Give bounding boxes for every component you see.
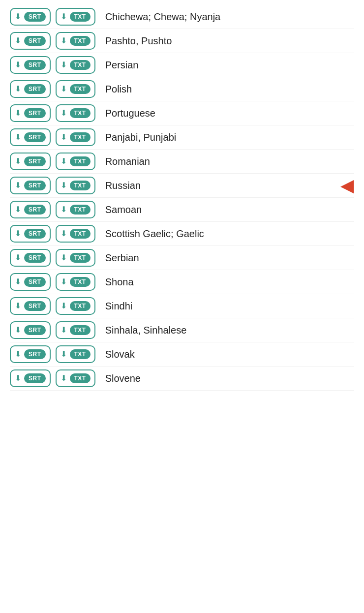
srt-btn-group: ⬇SRT (10, 249, 51, 267)
txt-badge: TXT (70, 108, 91, 118)
txt-download-button[interactable]: ⬇TXT (56, 153, 95, 170)
srt-download-button[interactable]: ⬇SRT (10, 345, 51, 363)
download-icon: ⬇ (15, 278, 21, 286)
language-name: Scottish Gaelic; Gaelic (105, 228, 354, 240)
srt-download-button[interactable]: ⬇SRT (10, 321, 51, 339)
txt-download-button[interactable]: ⬇TXT (56, 201, 95, 218)
download-icon: ⬇ (61, 254, 67, 262)
srt-download-button[interactable]: ⬇SRT (10, 249, 51, 267)
srt-btn-group: ⬇SRT (10, 201, 51, 218)
txt-download-button[interactable]: ⬇TXT (56, 80, 95, 98)
srt-badge: SRT (24, 205, 46, 215)
download-icon: ⬇ (61, 109, 67, 117)
language-name: Panjabi, Punjabi (105, 132, 354, 143)
language-row: ⬇SRT⬇TXTPersian (10, 53, 354, 77)
srt-badge: SRT (24, 349, 46, 359)
srt-download-button[interactable]: ⬇SRT (10, 297, 51, 315)
srt-download-button[interactable]: ⬇SRT (10, 32, 51, 50)
srt-badge: SRT (24, 36, 46, 46)
txt-download-button[interactable]: ⬇TXT (56, 56, 95, 74)
srt-badge: SRT (24, 12, 46, 22)
language-row: ⬇SRT⬇TXTSinhala, Sinhalese (10, 318, 354, 342)
txt-btn-group: ⬇TXT (56, 32, 95, 50)
download-icon: ⬇ (15, 254, 21, 262)
txt-download-button[interactable]: ⬇TXT (56, 297, 95, 315)
download-icon: ⬇ (15, 206, 21, 214)
srt-btn-group: ⬇SRT (10, 32, 51, 50)
srt-btn-group: ⬇SRT (10, 345, 51, 363)
txt-download-button[interactable]: ⬇TXT (56, 249, 95, 267)
srt-download-button[interactable]: ⬇SRT (10, 56, 51, 74)
srt-download-button[interactable]: ⬇SRT (10, 273, 51, 291)
srt-download-button[interactable]: ⬇SRT (10, 153, 51, 170)
download-icon: ⬇ (61, 374, 67, 382)
srt-download-button[interactable]: ⬇SRT (10, 8, 51, 26)
txt-download-button[interactable]: ⬇TXT (56, 345, 95, 363)
txt-btn-group: ⬇TXT (56, 345, 95, 363)
srt-download-button[interactable]: ⬇SRT (10, 128, 51, 146)
srt-badge: SRT (24, 325, 46, 335)
srt-badge: SRT (24, 301, 46, 311)
srt-download-button[interactable]: ⬇SRT (10, 225, 51, 243)
download-icon: ⬇ (15, 85, 21, 93)
txt-download-button[interactable]: ⬇TXT (56, 225, 95, 243)
srt-badge: SRT (24, 277, 46, 287)
txt-download-button[interactable]: ⬇TXT (56, 369, 95, 387)
txt-download-button[interactable]: ⬇TXT (56, 32, 95, 50)
download-icon: ⬇ (15, 13, 21, 21)
txt-btn-group: ⬇TXT (56, 56, 95, 74)
download-icon: ⬇ (61, 206, 67, 214)
txt-badge: TXT (70, 60, 91, 70)
txt-btn-group: ⬇TXT (56, 369, 95, 387)
download-icon: ⬇ (15, 326, 21, 334)
txt-badge: TXT (70, 156, 91, 166)
txt-badge: TXT (70, 12, 91, 22)
txt-btn-group: ⬇TXT (56, 273, 95, 291)
download-icon: ⬇ (15, 61, 21, 69)
download-icon: ⬇ (15, 157, 21, 165)
download-icon: ⬇ (61, 13, 67, 21)
txt-badge: TXT (70, 36, 91, 46)
download-icon: ⬇ (61, 278, 67, 286)
download-icon: ⬇ (15, 230, 21, 238)
txt-btn-group: ⬇TXT (56, 128, 95, 146)
srt-download-button[interactable]: ⬇SRT (10, 201, 51, 218)
txt-download-button[interactable]: ⬇TXT (56, 128, 95, 146)
txt-download-button[interactable]: ⬇TXT (56, 321, 95, 339)
srt-badge: SRT (24, 181, 46, 190)
language-name: Romanian (105, 156, 354, 167)
txt-btn-group: ⬇TXT (56, 297, 95, 315)
language-row: ⬇SRT⬇TXTSerbian (10, 246, 354, 270)
txt-download-button[interactable]: ⬇TXT (56, 104, 95, 122)
language-name: Pashto, Pushto (105, 35, 354, 47)
txt-badge: TXT (70, 181, 91, 190)
language-name: Sinhala, Sinhalese (105, 325, 354, 336)
txt-badge: TXT (70, 84, 91, 94)
srt-btn-group: ⬇SRT (10, 80, 51, 98)
txt-download-button[interactable]: ⬇TXT (56, 273, 95, 291)
srt-btn-group: ⬇SRT (10, 321, 51, 339)
txt-badge: TXT (70, 373, 91, 383)
txt-btn-group: ⬇TXT (56, 201, 95, 218)
srt-download-button[interactable]: ⬇SRT (10, 369, 51, 387)
language-row: ⬇SRT⬇TXTRomanian (10, 150, 354, 174)
download-icon: ⬇ (15, 37, 21, 45)
txt-download-button[interactable]: ⬇TXT (56, 177, 95, 194)
txt-badge: TXT (70, 277, 91, 287)
txt-btn-group: ⬇TXT (56, 104, 95, 122)
srt-download-button[interactable]: ⬇SRT (10, 177, 51, 194)
srt-badge: SRT (24, 108, 46, 118)
srt-btn-group: ⬇SRT (10, 153, 51, 170)
download-icon: ⬇ (15, 302, 21, 310)
language-name: Samoan (105, 204, 354, 215)
language-name: Sindhi (105, 301, 354, 312)
download-icon: ⬇ (15, 109, 21, 117)
language-name: Chichewa; Chewa; Nyanja (105, 11, 354, 23)
download-icon: ⬇ (15, 374, 21, 382)
srt-download-button[interactable]: ⬇SRT (10, 80, 51, 98)
txt-download-button[interactable]: ⬇TXT (56, 8, 95, 26)
download-icon: ⬇ (61, 61, 67, 69)
arrow-indicator: ◀ (340, 177, 354, 194)
txt-badge: TXT (70, 205, 91, 215)
srt-download-button[interactable]: ⬇SRT (10, 104, 51, 122)
